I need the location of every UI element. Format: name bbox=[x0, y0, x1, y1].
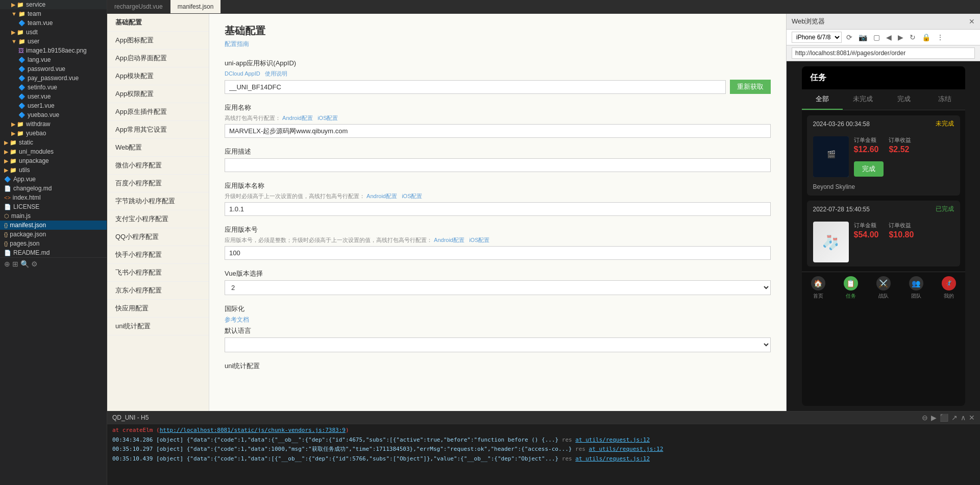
sidebar-item-user-vue[interactable]: 🔷user.vue bbox=[0, 92, 107, 101]
phone-tab-complete[interactable]: 完成 bbox=[884, 89, 924, 110]
config-nav-app-other[interactable]: App常用其它设置 bbox=[107, 121, 209, 139]
console-collapse-btn[interactable]: ∧ bbox=[961, 414, 966, 422]
version-name-ios-link[interactable]: iOS配置 bbox=[402, 193, 422, 199]
config-nav-app-plugin[interactable]: App原生插件配置 bbox=[107, 103, 209, 121]
config-nav-alipay[interactable]: 支付宝小程序配置 bbox=[107, 210, 209, 228]
browser-close-btn[interactable]: ✕ bbox=[969, 17, 975, 26]
i18n-ref-link[interactable]: 参考文档 bbox=[225, 316, 771, 324]
sidebar-item-withdraw[interactable]: ▶ 📁withdraw bbox=[0, 119, 107, 129]
appname-input[interactable] bbox=[225, 124, 771, 138]
appid-help-link[interactable]: 使用说明 bbox=[265, 70, 287, 77]
task-1-complete-btn[interactable]: 完成 bbox=[854, 161, 884, 177]
console-external-btn[interactable]: ↗ bbox=[951, 414, 958, 422]
browser-lock-btn[interactable]: 🔒 bbox=[920, 33, 932, 41]
search-icon[interactable]: 🔍 bbox=[20, 260, 29, 268]
sidebar-item-pay-password-vue[interactable]: 🔷pay_password.vue bbox=[0, 74, 107, 83]
version-name-android-link[interactable]: Android配置 bbox=[366, 193, 397, 199]
console-clear-btn[interactable]: ⊖ bbox=[922, 414, 928, 422]
phone-nav-team[interactable]: 👥 团队 bbox=[900, 272, 933, 304]
console-stop-btn[interactable]: ⬛ bbox=[940, 414, 948, 422]
config-nav-qq[interactable]: QQ小程序配置 bbox=[107, 228, 209, 246]
console-error-link[interactable]: http://localhost:8081/static/js/chunk-ve… bbox=[160, 427, 346, 433]
config-nav-feishu[interactable]: 飞书小程序配置 bbox=[107, 264, 209, 282]
config-nav-wechat[interactable]: 微信小程序配置 bbox=[107, 157, 209, 175]
appname-android-link[interactable]: Android配置 bbox=[282, 115, 313, 121]
sidebar-item-usdt[interactable]: ▶ 📁usdt bbox=[0, 28, 107, 37]
config-nav-basic[interactable]: 基础配置 bbox=[107, 14, 209, 32]
vue-version-select[interactable]: 2 3 bbox=[225, 280, 771, 295]
config-nav-kuaishou-mini[interactable]: 快手小程序配置 bbox=[107, 246, 209, 264]
browser-reload-btn[interactable]: ↻ bbox=[908, 33, 917, 41]
sidebar-item-lang-vue[interactable]: 🔷lang.vue bbox=[0, 55, 107, 64]
sidebar-item-app-vue[interactable]: 🔷App.vue bbox=[0, 175, 107, 184]
config-nav-app-module[interactable]: App模块配置 bbox=[107, 67, 209, 85]
browser-responsive-btn[interactable]: ▢ bbox=[872, 33, 881, 41]
config-nav-bytedance[interactable]: 字节跳动小程序配置 bbox=[107, 192, 209, 210]
console-line-2-link[interactable]: at utils/request.js:12 bbox=[589, 446, 664, 452]
version-name-input[interactable] bbox=[225, 202, 771, 216]
config-nav-quick-app[interactable]: 快应用配置 bbox=[107, 300, 209, 318]
config-nav-baidu[interactable]: 百度小程序配置 bbox=[107, 175, 209, 192]
appid-input[interactable] bbox=[225, 80, 726, 94]
sidebar-item-readme-md[interactable]: 📄README.md bbox=[0, 248, 107, 257]
sidebar-item-yuebao-vue[interactable]: 🔷yuebao.vue bbox=[0, 110, 107, 119]
sidebar-item-yuebao[interactable]: ▶ 📁yuebao bbox=[0, 129, 107, 138]
console-line-1-link[interactable]: at utils/request.js:12 bbox=[575, 436, 650, 443]
sidebar-item-static[interactable]: ▶ 📁static bbox=[0, 138, 107, 147]
browser-device-select[interactable]: iPhone 6/7/8 iPhone X iPad bbox=[792, 32, 842, 43]
browser-rotate-btn[interactable]: ⟳ bbox=[845, 33, 854, 41]
browser-url-input[interactable] bbox=[792, 47, 975, 59]
sidebar-item-team-vue[interactable]: 🔷team.vue bbox=[0, 18, 107, 28]
console-close-btn[interactable]: ✕ bbox=[969, 414, 975, 422]
config-help-link[interactable]: 配置指南 bbox=[225, 40, 771, 48]
browser-forward-btn[interactable]: ▶ bbox=[896, 33, 905, 41]
sidebar-item-uni_modules[interactable]: ▶ 📁uni_modules bbox=[0, 147, 107, 156]
sidebar-item-password-vue[interactable]: 🔷password.vue bbox=[0, 64, 107, 74]
version-number-ios-link[interactable]: iOS配置 bbox=[469, 237, 489, 243]
sidebar-item-utils[interactable]: ▶ 📁utils bbox=[0, 165, 107, 175]
sidebar-item-index-html[interactable]: <>index.html bbox=[0, 193, 107, 202]
config-nav-uni-stat[interactable]: uni统计配置 bbox=[107, 318, 209, 335]
phone-nav-home[interactable]: 🏠 首页 bbox=[802, 272, 835, 304]
version-number-android-link[interactable]: Android配置 bbox=[434, 237, 464, 243]
phone-nav-task[interactable]: 📋 任务 bbox=[835, 272, 867, 304]
appid-refresh-btn[interactable]: 重新获取 bbox=[730, 80, 771, 94]
tab-recharge[interactable]: rechargeUsdt.vue bbox=[107, 0, 170, 13]
config-nav-jingdong[interactable]: 京东小程序配置 bbox=[107, 282, 209, 300]
new-file-icon[interactable]: ⊕ bbox=[4, 260, 10, 268]
sidebar-item-image1[interactable]: 🖼image1.b9158aec.png bbox=[0, 46, 107, 55]
console-line-3-link[interactable]: at utils/request.js:12 bbox=[575, 455, 650, 462]
appid-dcloud-link[interactable]: DCloud AppID bbox=[225, 70, 260, 77]
phone-tab-frozen[interactable]: 冻结 bbox=[924, 89, 965, 110]
console-run-btn[interactable]: ▶ bbox=[931, 414, 937, 422]
phone-tab-all[interactable]: 全部 bbox=[802, 89, 843, 110]
config-nav-app-launch[interactable]: App启动界面配置 bbox=[107, 50, 209, 67]
sidebar-item-user[interactable]: ▼ 📁user bbox=[0, 37, 107, 46]
sidebar-item-main-js[interactable]: ⬡main.js bbox=[0, 211, 107, 221]
sidebar-item-manifest-json[interactable]: {}manifest.json bbox=[0, 221, 107, 230]
sidebar-item-package-json[interactable]: {}package.json bbox=[0, 230, 107, 239]
browser-more-btn[interactable]: ⋮ bbox=[935, 33, 945, 41]
phone-tab-incomplete[interactable]: 未完成 bbox=[843, 89, 884, 110]
config-nav-app-icon[interactable]: App图标配置 bbox=[107, 32, 209, 50]
browser-screenshot-btn[interactable]: 📷 bbox=[857, 33, 869, 41]
sidebar-item-license[interactable]: 📄LICENSE bbox=[0, 202, 107, 211]
phone-nav-mine[interactable]: 🦸 我的 bbox=[933, 272, 965, 304]
version-number-input[interactable] bbox=[225, 246, 771, 260]
sidebar-item-setinfo-vue[interactable]: 🔷setinfo.vue bbox=[0, 83, 107, 92]
browser-back-btn[interactable]: ◀ bbox=[885, 33, 893, 41]
desc-input[interactable] bbox=[225, 158, 771, 172]
sidebar-item-user1-vue[interactable]: 🔷user1.vue bbox=[0, 101, 107, 110]
sidebar-item-service[interactable]: ▶ 📁service bbox=[0, 0, 107, 9]
lang-select[interactable] bbox=[225, 337, 771, 352]
appname-ios-link[interactable]: iOS配置 bbox=[317, 115, 338, 121]
settings-icon[interactable]: ⚙ bbox=[31, 260, 38, 268]
config-nav-app-permission[interactable]: App权限配置 bbox=[107, 85, 209, 103]
config-nav-web[interactable]: Web配置 bbox=[107, 139, 209, 157]
sidebar-item-unpackage[interactable]: ▶ 📁unpackage bbox=[0, 156, 107, 165]
phone-nav-combat[interactable]: ⚔️ 战队 bbox=[867, 272, 900, 304]
sidebar-item-team[interactable]: ▼ 📁team bbox=[0, 9, 107, 18]
new-folder-icon[interactable]: ⊞ bbox=[12, 260, 18, 268]
sidebar-item-changelog-md[interactable]: 📄changelog.md bbox=[0, 184, 107, 193]
sidebar-item-pages-json[interactable]: {}pages.json bbox=[0, 239, 107, 248]
